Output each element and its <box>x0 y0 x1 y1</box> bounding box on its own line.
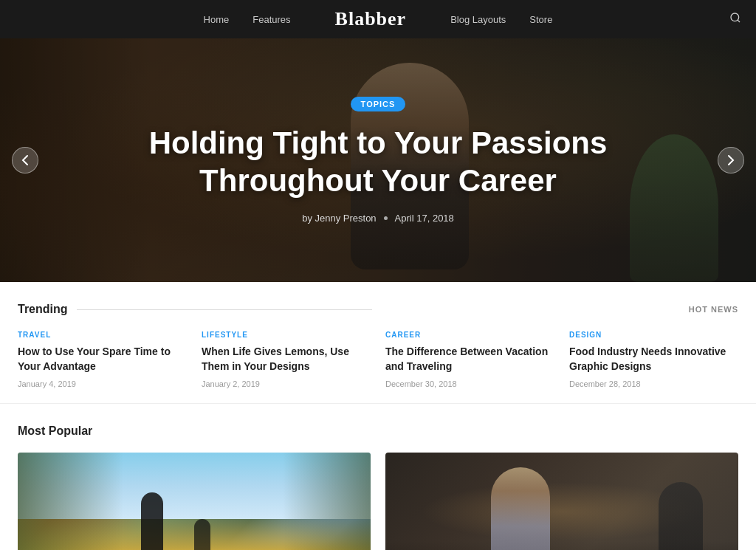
slider-prev-button[interactable] <box>12 147 38 173</box>
runner-figure-1 <box>141 492 163 550</box>
trending-date-4: December 28, 2018 <box>569 379 738 388</box>
hot-news-label: HOT NEWS <box>689 305 738 314</box>
trending-card-4[interactable]: DESIGN Food Industry Needs Innovative Gr… <box>569 331 738 388</box>
trending-section-title: Trending <box>18 303 372 316</box>
popular-section: Most Popular <box>0 404 756 550</box>
hero-content: TOPICS Holding Tight to Your Passions Th… <box>0 97 756 224</box>
hero-author: by Jenny Preston <box>302 213 376 224</box>
site-logo[interactable]: Blabber <box>335 8 407 30</box>
card-vegetation-left <box>18 453 123 550</box>
popular-section-title: Most Popular <box>18 424 738 438</box>
trending-header: Trending HOT NEWS <box>18 303 738 316</box>
search-icon[interactable] <box>729 12 741 27</box>
trending-title-2: When Life Gives Lemons, Use Them in Your… <box>202 345 371 374</box>
trending-date-3: December 30, 2018 <box>385 379 554 388</box>
trending-card-3[interactable]: CAREER The Difference Between Vacation a… <box>385 331 554 388</box>
trending-grid: TRAVEL How to Use Your Spare Time to You… <box>18 331 738 388</box>
trending-title-3: The Difference Between Vacation and Trav… <box>385 345 554 374</box>
trending-category-4: DESIGN <box>569 331 738 339</box>
trending-category-3: CAREER <box>385 331 554 339</box>
trending-category-2: LIFESTYLE <box>202 331 371 339</box>
hero-topic-badge[interactable]: TOPICS <box>351 97 406 111</box>
popular-card-workshop[interactable] <box>385 453 738 550</box>
trending-section: Trending HOT NEWS TRAVEL How to Use Your… <box>0 282 756 404</box>
hero-meta-separator <box>384 216 388 220</box>
nav-blog-layouts[interactable]: Blog Layouts <box>450 14 506 25</box>
popular-grid <box>18 453 738 550</box>
hero-title: Holding Tight to Your Passions Throughou… <box>74 125 682 199</box>
svg-line-1 <box>738 20 740 22</box>
svg-point-0 <box>731 13 739 21</box>
trending-date-1: January 4, 2019 <box>18 379 187 388</box>
hero-slider: TOPICS Holding Tight to Your Passions Th… <box>0 38 756 282</box>
trending-card-2[interactable]: LIFESTYLE When Life Gives Lemons, Use Th… <box>202 331 371 388</box>
trending-category-1: TRAVEL <box>18 331 187 339</box>
trending-title-4: Food Industry Needs Innovative Graphic D… <box>569 345 738 374</box>
navbar: Home Features Blabber Blog Layouts Store <box>0 0 756 38</box>
workshop-person-2 <box>659 482 703 550</box>
trending-date-2: January 2, 2019 <box>202 379 371 388</box>
hero-date: April 17, 2018 <box>395 213 454 224</box>
nav-home[interactable]: Home <box>204 14 230 25</box>
nav-links: Home Features Blabber Blog Layouts Store <box>204 8 553 30</box>
popular-card-running[interactable] <box>18 453 371 550</box>
trending-title-1: How to Use Your Spare Time to Your Advan… <box>18 345 187 374</box>
runner-figure-2 <box>194 519 210 550</box>
nav-features[interactable]: Features <box>252 14 290 25</box>
slider-next-button[interactable] <box>718 147 744 173</box>
workshop-person-1 <box>491 467 550 550</box>
hero-meta: by Jenny Preston April 17, 2018 <box>74 213 682 224</box>
nav-store[interactable]: Store <box>529 14 552 25</box>
trending-card-1[interactable]: TRAVEL How to Use Your Spare Time to You… <box>18 331 187 388</box>
card-vegetation-right <box>283 453 371 550</box>
